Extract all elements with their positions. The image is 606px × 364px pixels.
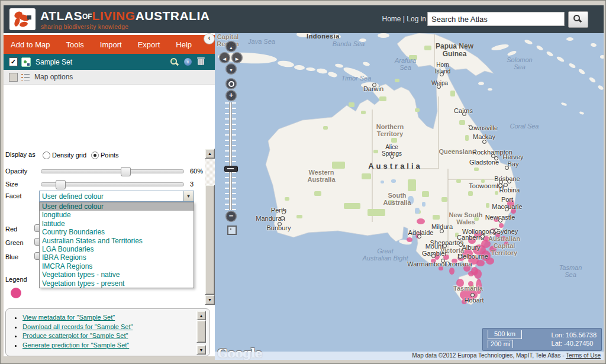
red-label: Red xyxy=(5,226,17,233)
island xyxy=(378,33,389,38)
park-patch xyxy=(296,215,302,218)
legend-list-icon xyxy=(21,73,30,80)
panel-scrollbar-up-button[interactable]: ▲ xyxy=(196,311,206,320)
menu-item-export[interactable]: Export xyxy=(138,40,160,49)
size-slider-handle[interactable] xyxy=(56,180,66,189)
pan-left-button[interactable]: ◀ xyxy=(219,52,230,63)
panel-scrollbar-down-button[interactable]: ▼ xyxy=(196,345,206,355)
lake xyxy=(422,202,426,207)
overview-tool-icon[interactable] xyxy=(227,226,237,235)
sample-point xyxy=(499,223,504,228)
map-options-checkbox[interactable] xyxy=(9,73,18,82)
island xyxy=(524,39,533,45)
size-label: Size xyxy=(5,181,18,188)
island xyxy=(578,68,585,75)
facet-option-vegetation-types-present[interactable]: Vegetation types - present xyxy=(40,279,194,288)
facet-option-longitude[interactable]: longitude xyxy=(40,211,194,219)
city-marker xyxy=(507,179,511,183)
opacity-slider-handle[interactable] xyxy=(121,167,131,176)
sample-set-checkbox[interactable]: ✓ xyxy=(9,57,18,66)
city-marker xyxy=(459,243,463,247)
legend-label: Legend xyxy=(5,276,27,283)
chevron-down-icon[interactable]: ▼ xyxy=(183,191,194,201)
island xyxy=(342,65,369,82)
size-value: 3 xyxy=(190,181,194,188)
terms-of-use-link[interactable]: Terms of Use xyxy=(566,352,601,359)
zoom-slider-handle[interactable] xyxy=(224,166,238,172)
facet-option-australian-states-and-territories[interactable]: Australian States and Territories xyxy=(40,237,194,245)
zoom-slider-track[interactable] xyxy=(225,102,236,210)
facet-option-ibra-regions[interactable]: IBRA Regions xyxy=(40,253,194,262)
pan-up-button[interactable]: ▲ xyxy=(225,41,237,52)
search-button[interactable] xyxy=(568,11,588,28)
action-link-download[interactable]: Download all records for "Sample Set" xyxy=(22,323,133,330)
city-marker xyxy=(494,228,498,233)
map-canvas[interactable]: IndonesiaJava SeaBanda SeaArafura SeaTim… xyxy=(215,33,604,360)
scale-km: 500 km xyxy=(488,330,522,339)
scrollbar-down-button[interactable]: ▼ xyxy=(205,295,215,305)
city-marker xyxy=(278,222,282,226)
menu-item-tools[interactable]: Tools xyxy=(66,40,84,49)
island xyxy=(294,65,305,70)
park-patch xyxy=(362,173,371,179)
action-link-view[interactable]: View metadata for "Sample Set" xyxy=(22,314,115,321)
park-patch xyxy=(379,96,386,101)
scrollbar-thumb[interactable] xyxy=(205,185,215,295)
park-patch xyxy=(314,191,321,196)
island xyxy=(568,62,576,69)
ala-logo[interactable] xyxy=(9,8,36,30)
layer-row-sample-set[interactable]: ✓ Sample Set + i xyxy=(4,54,215,70)
pan-right-button[interactable]: ▶ xyxy=(231,52,243,63)
opacity-slider-track[interactable] xyxy=(41,169,184,173)
recenter-button[interactable] xyxy=(225,78,237,89)
points-label[interactable]: Points xyxy=(101,152,119,159)
zoom-to-extent-icon[interactable]: + xyxy=(170,57,179,69)
info-icon[interactable]: i xyxy=(184,58,192,66)
points-radio[interactable] xyxy=(91,152,99,159)
header-nav-links[interactable]: Home | Log in xyxy=(382,15,427,23)
park-patch xyxy=(422,191,429,197)
city-marker xyxy=(417,234,421,239)
search-input[interactable] xyxy=(427,12,565,26)
facet-option-imcra-regions[interactable]: IMCRA Regions xyxy=(40,262,194,270)
layer-row-map-options[interactable]: Map options xyxy=(4,70,215,85)
green-label: Green xyxy=(5,239,24,246)
action-link-produce[interactable]: Produce scatterplot for "Sample Set" xyxy=(22,332,128,339)
island xyxy=(296,33,311,37)
zoom-out-button[interactable]: − xyxy=(225,211,237,222)
sidebar-footer-strip xyxy=(4,356,215,360)
park-patch xyxy=(468,191,473,196)
menu-item-add-to-map[interactable]: Add to Map xyxy=(11,40,50,49)
sample-point xyxy=(495,233,500,237)
city-marker xyxy=(458,255,462,259)
menu-item-help[interactable]: Help xyxy=(176,40,192,49)
scale-coords-box: 500 km 200 mi Lon: 105.56738 Lat: -40.27… xyxy=(482,328,602,351)
city-marker xyxy=(469,125,473,130)
facet-option-user-defined-colour[interactable]: User defined colour xyxy=(40,202,194,211)
facet-select[interactable]: User defined colour ▼ xyxy=(39,191,194,202)
blue-label: Blue xyxy=(5,253,18,260)
sidebar-collapse-button[interactable]: ‹ xyxy=(204,33,215,44)
island xyxy=(588,76,596,83)
sample-point xyxy=(468,281,473,286)
park-patch xyxy=(373,150,378,153)
sample-point xyxy=(489,246,497,253)
scrollbar-up-button[interactable]: ▲ xyxy=(205,149,215,159)
legend-swatch xyxy=(11,288,21,298)
facet-option-latitude[interactable]: latitude xyxy=(40,220,194,228)
density-grid-label[interactable]: Density grid xyxy=(52,152,86,159)
scrollbar-track[interactable] xyxy=(205,159,215,185)
park-patch xyxy=(323,126,328,130)
trash-icon[interactable] xyxy=(198,57,204,65)
zoom-in-button[interactable]: + xyxy=(225,90,237,101)
panel-scrollbar-thumb[interactable] xyxy=(196,320,206,343)
facet-option-vegetation-types-native[interactable]: Vegetation types - native xyxy=(40,270,194,279)
facet-selected-value: User defined colour xyxy=(42,192,104,201)
brand-of: OF xyxy=(82,12,92,21)
pan-down-button[interactable]: ▼ xyxy=(225,63,237,75)
facet-option-country-boundaries[interactable]: Country Boundaries xyxy=(40,228,194,236)
action-link-generate[interactable]: Generate prediction for "Sample Set" xyxy=(22,342,129,349)
facet-option-lga-boundaries[interactable]: LGA Boundaries xyxy=(40,245,194,253)
density-grid-radio[interactable] xyxy=(43,152,50,159)
menu-item-import[interactable]: Import xyxy=(100,40,122,49)
